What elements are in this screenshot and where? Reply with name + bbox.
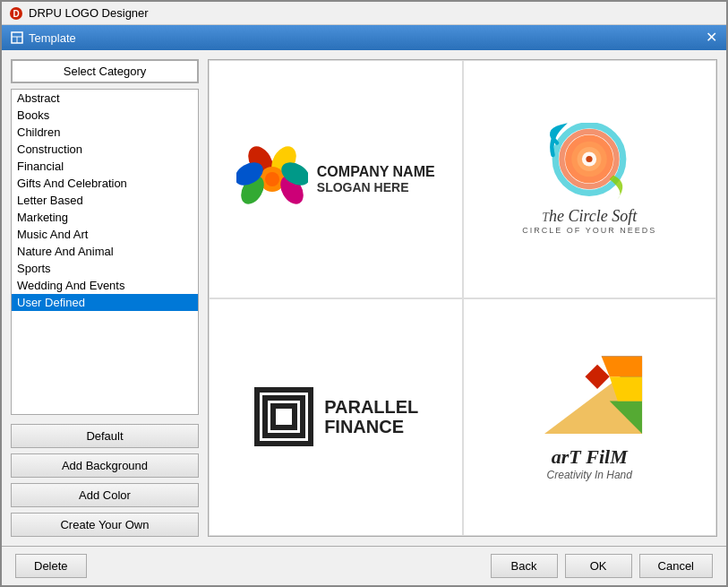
logo-cell-1[interactable]: COMPANY NAME SLOGAN HERE <box>209 60 463 298</box>
footer-left: Delete <box>15 554 87 578</box>
svg-point-19 <box>587 156 593 162</box>
logo4: arT FilM Creativity In Hand <box>531 352 647 481</box>
svg-text:D: D <box>13 9 19 19</box>
delete-button[interactable]: Delete <box>15 554 87 578</box>
logo-cell-3[interactable]: PARALLEL FINANCE <box>209 298 463 537</box>
logo2: The Circle Soft CIRCLE OF YOUR NEEDS <box>522 123 656 235</box>
back-button[interactable]: Back <box>491 554 558 578</box>
category-item-user-defined[interactable]: User Defined <box>12 294 198 311</box>
logo1: COMPANY NAME SLOGAN HERE <box>236 143 435 215</box>
dialog-title-bar: Template ✕ <box>2 25 726 50</box>
logo-cell-4[interactable]: arT FilM Creativity In Hand <box>463 298 717 537</box>
category-item-financial[interactable]: Financial <box>12 158 198 175</box>
svg-rect-22 <box>273 406 295 427</box>
logo3-line1: PARALLEL <box>324 397 418 417</box>
parallel-logo-icon <box>253 385 315 448</box>
category-item-sports[interactable]: Sports <box>12 260 198 277</box>
content-area: Select Category Abstract Books Children … <box>2 50 726 546</box>
petal-logo-icon <box>236 143 308 215</box>
app-title: DRPU LOGO Designer <box>29 6 149 20</box>
app-title-bar: D DRPU LOGO Designer <box>2 2 726 25</box>
dialog-title: Template <box>11 31 76 45</box>
category-item-wedding[interactable]: Wedding And Events <box>12 277 198 294</box>
logo-grid: COMPANY NAME SLOGAN HERE <box>208 59 717 537</box>
add-color-button[interactable]: Add Color <box>11 483 199 507</box>
app-title-row: D DRPU LOGO Designer <box>9 6 149 21</box>
ok-button[interactable]: OK <box>565 554 632 578</box>
app-icon: D <box>9 6 23 21</box>
logo3-text: PARALLEL FINANCE <box>324 397 418 436</box>
category-item-nature[interactable]: Nature And Animal <box>12 243 198 260</box>
create-your-own-button[interactable]: Create Your Own <box>11 513 199 537</box>
svg-marker-28 <box>602 357 642 377</box>
logo1-slogan: SLOGAN HERE <box>317 180 435 194</box>
close-button[interactable]: ✕ <box>706 30 717 45</box>
category-item-gifts[interactable]: Gifts And Celebration <box>12 175 198 192</box>
svg-point-12 <box>265 172 279 186</box>
category-item-music[interactable]: Music And Art <box>12 226 198 243</box>
logo2-slogan: CIRCLE OF YOUR NEEDS <box>522 226 656 235</box>
left-panel: Select Category Abstract Books Children … <box>11 59 199 537</box>
svg-marker-25 <box>586 365 610 389</box>
category-list[interactable]: Abstract Books Children Construction Fin… <box>11 89 199 415</box>
logo4-slogan: Creativity In Hand <box>547 469 632 481</box>
footer-right: Back OK Cancel <box>491 554 713 578</box>
logo2-name: The Circle Soft <box>522 207 656 226</box>
category-item-construction[interactable]: Construction <box>12 141 198 158</box>
logo4-name: arT FilM <box>547 445 632 469</box>
category-item-marketing[interactable]: Marketing <box>12 209 198 226</box>
logo1-text: COMPANY NAME SLOGAN HERE <box>317 163 435 194</box>
default-button[interactable]: Default <box>11 424 199 448</box>
logo4-text: arT FilM Creativity In Hand <box>547 445 632 481</box>
category-item-children[interactable]: Children <box>12 124 198 141</box>
category-item-letter[interactable]: Letter Based <box>12 192 198 209</box>
circle-logo-icon <box>535 123 643 203</box>
art-film-logo-icon <box>531 352 647 442</box>
logo2-text: The Circle Soft CIRCLE OF YOUR NEEDS <box>522 207 656 235</box>
logo3: PARALLEL FINANCE <box>253 385 418 448</box>
main-window: D DRPU LOGO Designer Template ✕ Select C… <box>0 0 728 587</box>
template-icon <box>11 31 23 44</box>
logo3-line2: FINANCE <box>324 417 418 436</box>
cancel-button[interactable]: Cancel <box>639 554 713 578</box>
logo1-company: COMPANY NAME <box>317 163 435 180</box>
add-background-button[interactable]: Add Background <box>11 453 199 478</box>
logo-cell-2[interactable]: The Circle Soft CIRCLE OF YOUR NEEDS <box>463 60 717 298</box>
footer: Delete Back OK Cancel <box>2 546 726 585</box>
select-category-label: Select Category <box>11 59 199 83</box>
action-buttons: Default Add Background Add Color Create … <box>11 424 199 537</box>
category-item-abstract[interactable]: Abstract <box>12 90 198 107</box>
category-item-books[interactable]: Books <box>12 107 198 124</box>
